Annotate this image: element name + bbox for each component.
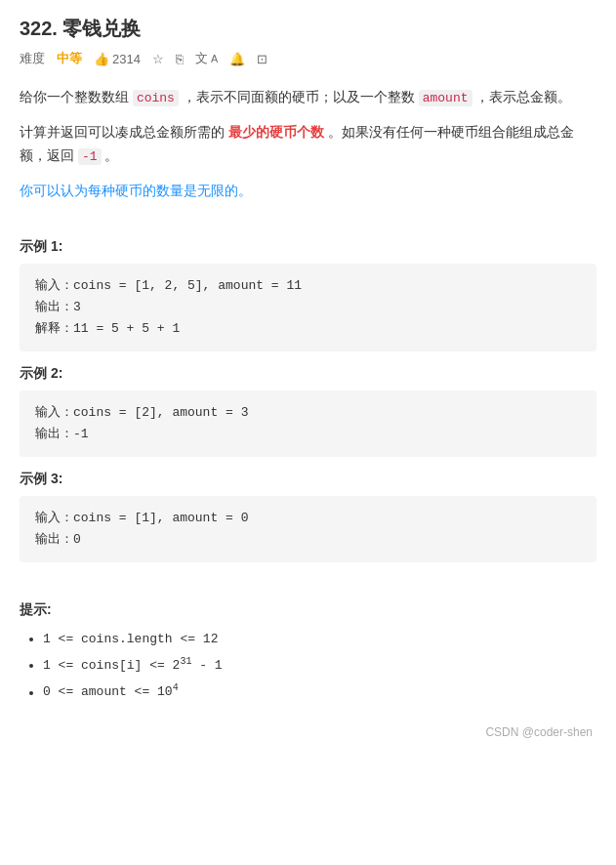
description-block: 给你一个整数数组 coins ，表示不同面额的硬币；以及一个整数 amount … xyxy=(20,85,596,203)
thumbs-up-icon: 👍 xyxy=(94,52,109,66)
example1-line2: 输出：3 xyxy=(35,297,581,318)
page-title: 322. 零钱兑换 xyxy=(20,16,596,42)
page-container: 322. 零钱兑换 难度 中等 👍 2314 ☆ ⎘ 文A 🔔 ⊡ 给你一个整数… xyxy=(0,0,616,759)
desc-para1-prefix: 给你一个整数数组 xyxy=(20,89,133,104)
example1-line3: 解释：11 = 5 + 5 + 1 xyxy=(35,318,581,340)
example3-line2: 输出：0 xyxy=(35,529,581,551)
spacer2 xyxy=(20,576,596,586)
example2-title: 示例 2: xyxy=(20,365,596,383)
minus-one-code: -1 xyxy=(78,148,102,165)
example1-line1: 输入：coins = [1, 2, 5], amount = 11 xyxy=(35,275,581,297)
hint-item-1: 1 <= coins.length <= 12 xyxy=(43,627,596,652)
examples-section: 示例 1: 输入：coins = [1, 2, 5], amount = 11 … xyxy=(20,238,596,563)
highlight-text: 最少的硬币个数 xyxy=(228,124,324,140)
desc-para2-end: 。 xyxy=(102,147,119,163)
desc-para3: 你可以认为每种硬币的数量是无限的。 xyxy=(20,179,596,203)
hint-item-2: 1 <= coins[i] <= 231 - 1 xyxy=(43,652,596,679)
bell-icon[interactable]: 🔔 xyxy=(229,52,245,66)
star-icon[interactable]: ☆ xyxy=(152,52,164,66)
example1-title: 示例 1: xyxy=(20,238,596,256)
example2-line2: 输出：-1 xyxy=(35,424,581,445)
copy-icon[interactable]: ⎘ xyxy=(176,52,184,66)
difficulty-label: 难度 xyxy=(20,50,45,67)
bookmark-icon[interactable]: ⊡ xyxy=(257,52,267,66)
desc-para2-prefix: 计算并返回可以凑成总金额所需的 xyxy=(20,124,228,140)
example3-title: 示例 3: xyxy=(20,471,596,488)
spacer1 xyxy=(20,217,596,225)
like-count: 2314 xyxy=(112,52,141,66)
example3-line1: 输入：coins = [1], amount = 0 xyxy=(35,508,581,529)
difficulty-value: 中等 xyxy=(57,50,82,67)
hints-title: 提示: xyxy=(20,601,596,619)
footer-brand: CSDN @coder-shen xyxy=(20,725,596,739)
like-icon[interactable]: 👍 2314 xyxy=(94,52,141,66)
hints-section: 提示: 1 <= coins.length <= 12 1 <= coins[i… xyxy=(20,601,596,706)
hint-item-3: 0 <= amount <= 104 xyxy=(43,679,596,705)
coins-code1: coins xyxy=(133,90,179,106)
desc-para1: 给你一个整数数组 coins ，表示不同面额的硬币；以及一个整数 amount … xyxy=(20,85,596,110)
hints-list: 1 <= coins.length <= 12 1 <= coins[i] <=… xyxy=(20,627,596,706)
desc-para2: 计算并返回可以凑成总金额所需的 最少的硬币个数 。如果没有任何一种硬币组合能组成… xyxy=(20,120,596,169)
example3-block: 输入：coins = [1], amount = 0 输出：0 xyxy=(20,496,596,562)
example2-line1: 输入：coins = [2], amount = 3 xyxy=(35,402,581,424)
example1-block: 输入：coins = [1, 2, 5], amount = 11 输出：3 解… xyxy=(20,264,596,351)
desc-para1-suffix: ，表示总金额。 xyxy=(472,89,572,104)
desc-para1-mid: ，表示不同面额的硬币；以及一个整数 xyxy=(179,89,419,104)
meta-row: 难度 中等 👍 2314 ☆ ⎘ 文A 🔔 ⊡ xyxy=(20,50,596,67)
translate-icon[interactable]: 文A xyxy=(195,50,218,67)
amount-code1: amount xyxy=(419,90,472,106)
example2-block: 输入：coins = [2], amount = 3 输出：-1 xyxy=(20,391,596,457)
